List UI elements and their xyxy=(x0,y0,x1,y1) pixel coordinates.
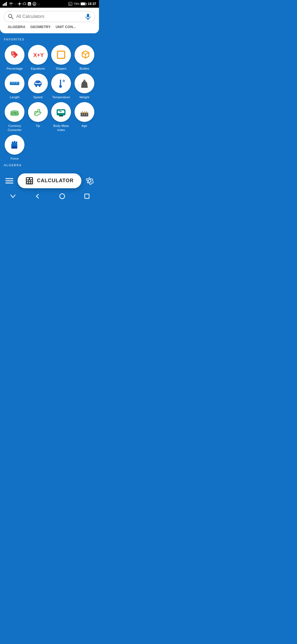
weight-icon xyxy=(78,77,90,89)
svg-rect-1 xyxy=(4,3,5,6)
length-icon-circle xyxy=(5,73,24,93)
svg-rect-35 xyxy=(35,84,41,86)
grid-item-percentage[interactable]: % Percentage xyxy=(4,45,26,71)
svg-rect-75 xyxy=(30,178,32,179)
tab-geometry[interactable]: GEOMETRY xyxy=(30,25,51,29)
svg-rect-2 xyxy=(5,3,6,6)
force-label: Force xyxy=(11,157,19,161)
status-left: ··· in G ··· xyxy=(3,2,40,6)
svg-rect-80 xyxy=(29,182,30,183)
bmi-label: Body Mass Index xyxy=(50,124,72,132)
time: 16:37 xyxy=(88,2,96,6)
temperature-icon-circle: ❄ xyxy=(51,73,71,93)
category-tabs: ALGEBRA GEOMETRY UNIT CON... xyxy=(4,22,95,31)
algebra-section: ALGEBRA xyxy=(4,163,95,167)
favorites-grid: % Percentage X+Y Equations Shapes xyxy=(4,45,95,161)
bodies-icon xyxy=(78,49,90,61)
nav-back-icon xyxy=(35,193,40,199)
search-bar xyxy=(4,11,95,22)
nav-down-icon xyxy=(10,194,16,199)
svg-line-19 xyxy=(12,17,13,19)
grid-item-speed[interactable]: Speed xyxy=(27,73,49,99)
nav-down-button[interactable] xyxy=(10,194,16,199)
menu-button[interactable] xyxy=(6,178,13,184)
svg-rect-61 xyxy=(82,111,82,113)
currency-icon-circle: $ xyxy=(5,102,24,122)
svg-rect-55 xyxy=(82,114,83,115)
status-bar: ··· in G ··· N 79% 1 xyxy=(0,0,99,8)
nav-recent-icon xyxy=(84,193,90,199)
grid-item-age[interactable]: Age xyxy=(74,102,95,132)
equations-icon-circle: X+Y xyxy=(28,45,48,65)
calculator-pill[interactable]: CALCULATOR xyxy=(18,173,81,188)
calculator-pill-label: CALCULATOR xyxy=(37,178,73,184)
svg-rect-16 xyxy=(81,3,85,5)
svg-point-69 xyxy=(16,141,17,144)
svg-text:%: % xyxy=(12,54,15,57)
age-icon xyxy=(78,106,90,118)
grid-item-currency[interactable]: $ Currency Converter xyxy=(4,102,26,132)
grid-item-bmi[interactable]: Body Mass Index xyxy=(50,102,72,132)
grid-item-weight[interactable]: Weight xyxy=(74,73,95,99)
percentage-label: Percentage xyxy=(7,67,23,71)
percentage-icon-circle: % xyxy=(5,45,24,65)
bottom-bar: CALCULATOR xyxy=(0,171,99,191)
svg-point-52 xyxy=(61,111,62,112)
grid-item-equations[interactable]: X+Y Equations xyxy=(27,45,49,71)
svg-rect-53 xyxy=(59,115,63,116)
nav-bar xyxy=(0,191,99,202)
search-icon xyxy=(8,14,13,19)
svg-point-23 xyxy=(12,53,14,54)
svg-rect-56 xyxy=(84,114,85,115)
age-label: Age xyxy=(82,124,87,128)
mic-icon[interactable] xyxy=(85,13,91,20)
grid-item-temperature[interactable]: ❄ Temperature xyxy=(50,73,72,99)
svg-rect-76 xyxy=(27,180,28,181)
tip-icon xyxy=(32,106,44,118)
nav-recent-button[interactable] xyxy=(84,193,90,199)
linkedin-icon: in xyxy=(28,2,31,6)
svg-rect-79 xyxy=(27,182,28,183)
nfc-icon: N xyxy=(68,2,72,6)
length-label: Length xyxy=(10,95,20,99)
search-input[interactable] xyxy=(16,14,82,19)
svg-point-40 xyxy=(59,85,62,88)
tab-algebra[interactable]: ALGEBRA xyxy=(8,25,25,29)
settings-button[interactable] xyxy=(86,177,94,185)
bmi-icon-circle xyxy=(51,102,71,122)
svg-point-83 xyxy=(60,194,65,199)
svg-text:X+Y: X+Y xyxy=(33,52,44,58)
svg-rect-65 xyxy=(11,146,17,149)
length-icon xyxy=(9,77,21,89)
svg-point-37 xyxy=(39,85,40,87)
svg-rect-38 xyxy=(36,81,40,83)
algebra-label: ALGEBRA xyxy=(4,163,95,167)
grid-item-bodies[interactable]: Bodies xyxy=(74,45,95,71)
svg-rect-57 xyxy=(86,114,87,115)
percentage-icon: % xyxy=(9,49,21,61)
temperature-icon: ❄ xyxy=(55,77,67,89)
svg-point-82 xyxy=(88,179,91,182)
speed-icon xyxy=(32,77,44,89)
svg-text:$: $ xyxy=(14,113,15,115)
shapes-label: Shapes xyxy=(56,67,67,71)
grid-item-shapes[interactable]: Shapes xyxy=(50,45,72,71)
grid-item-tip[interactable]: Tip xyxy=(27,102,49,132)
svg-point-18 xyxy=(9,14,12,18)
shapes-icon-circle xyxy=(51,45,71,65)
svg-rect-74 xyxy=(27,178,29,179)
google-icon: G xyxy=(32,2,36,6)
status-right: N 79% 16:37 xyxy=(68,2,96,6)
temperature-label: Temperature xyxy=(52,95,70,99)
equations-icon: X+Y xyxy=(32,49,44,61)
menu-icon xyxy=(6,178,13,184)
svg-rect-20 xyxy=(87,14,89,17)
svg-rect-0 xyxy=(3,4,4,6)
svg-rect-84 xyxy=(85,194,89,198)
grid-item-length[interactable]: Length xyxy=(4,73,26,99)
grid-item-force[interactable]: Force xyxy=(4,135,26,161)
nav-home-button[interactable] xyxy=(59,193,65,199)
svg-point-43 xyxy=(84,80,85,81)
tab-unit-converter[interactable]: UNIT CON... xyxy=(56,25,76,29)
nav-back-button[interactable] xyxy=(35,193,40,199)
